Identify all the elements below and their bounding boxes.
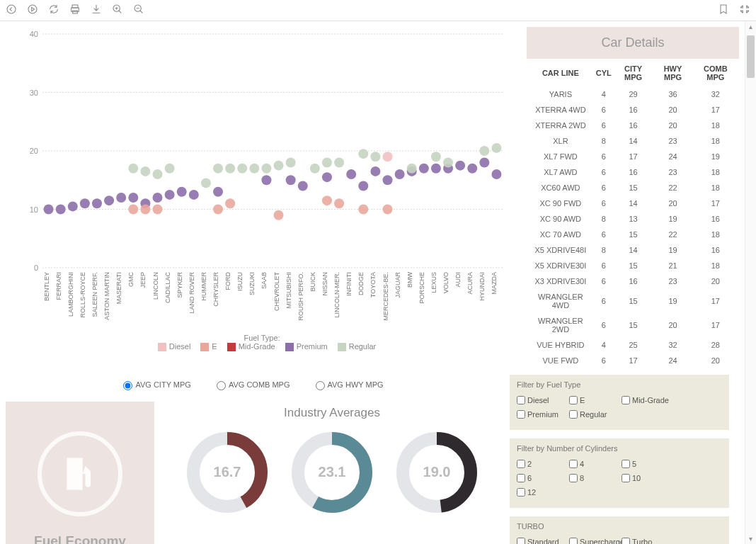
filter-group: Filter by Fuel TypeDieselEMid-GradePremi… (510, 375, 729, 430)
svg-point-56 (56, 205, 66, 215)
avg-radio[interactable]: AVG COMB MPG (217, 380, 290, 389)
table-row[interactable]: XTERRA 2WD6162018 (528, 118, 738, 132)
svg-point-102 (370, 152, 380, 162)
filter-checkbox[interactable]: 4 (569, 460, 622, 468)
filter-group: Filter by Number of Cylinders245681012 (510, 438, 729, 508)
table-row[interactable]: XC 90 FWD6142017 (528, 196, 738, 210)
svg-point-84 (479, 158, 489, 168)
filter-group: TURBOStandardSuperchargerTurbo (510, 516, 729, 544)
filter-checkbox[interactable]: Supercharger (569, 538, 622, 544)
table-row[interactable]: XL7 FWD6172419 (528, 149, 738, 164)
svg-point-57 (68, 201, 78, 211)
svg-point-94 (249, 164, 259, 174)
svg-point-74 (358, 181, 368, 191)
fuel-economy-card: Fuel Economy (6, 402, 154, 544)
car-details-table: CAR LINECYLCITY MPGHWY MPGCOMB MPG YARIS… (527, 59, 739, 369)
svg-text:10: 10 (30, 205, 38, 214)
svg-rect-2 (72, 5, 78, 8)
table-row[interactable]: X5 XDRIVE30I6152118 (528, 259, 738, 273)
svg-text:FORD: FORD (224, 272, 231, 290)
legend-label[interactable]: E (212, 342, 217, 351)
filter-checkbox[interactable]: Standard (517, 538, 569, 544)
table-header: HWY MPG (653, 60, 692, 86)
table-row[interactable]: XTERRA 4WD6162017 (528, 103, 738, 117)
table-row[interactable]: VUE FWD6172420 (528, 353, 738, 368)
table-row[interactable]: VUE HYBRID4253228 (528, 338, 738, 352)
play-icon[interactable] (27, 4, 38, 17)
svg-text:ASTON MARTIN: ASTON MARTIN (103, 272, 110, 320)
table-row[interactable]: X5 XDRIVE48I8141916 (528, 243, 738, 257)
svg-point-1 (28, 5, 37, 13)
svg-point-85 (491, 169, 501, 179)
scroll-down-icon[interactable]: ▾ (745, 535, 756, 543)
filter-checkbox[interactable]: Diesel (517, 396, 569, 404)
table-row[interactable]: YARIS4293632 (528, 87, 738, 101)
avg-radio[interactable]: AVG HWY MPG (316, 380, 384, 389)
svg-point-111 (213, 205, 223, 215)
bookmark-icon[interactable] (718, 4, 729, 17)
svg-point-96 (274, 161, 284, 171)
table-row[interactable]: X3 XDRIVE30I6162320 (528, 274, 738, 288)
zoom-out-icon[interactable] (133, 4, 144, 17)
avg-radio[interactable]: AVG CITY MPG (123, 380, 190, 389)
svg-text:SAAB: SAAB (260, 272, 268, 289)
download-icon[interactable] (91, 4, 102, 17)
svg-text:LINCOLN: LINCOLN (152, 272, 159, 300)
scroll-up-icon[interactable]: ▴ (745, 23, 756, 30)
svg-point-115 (334, 198, 344, 208)
filter-checkbox[interactable]: Regular (569, 410, 622, 419)
table-row[interactable]: XC60 AWD6152218 (528, 181, 738, 195)
svg-text:ROUSH PERFO.: ROUSH PERFO. (297, 272, 304, 321)
svg-text:BENTLEY: BENTLEY (43, 272, 50, 301)
back-icon[interactable] (6, 4, 17, 17)
filter-checkbox[interactable]: Mid-Grade (622, 396, 674, 404)
svg-text:PORSCHE: PORSCHE (418, 272, 425, 304)
table-row[interactable]: XLR8142318 (528, 134, 738, 148)
collapse-icon[interactable] (739, 4, 750, 17)
refresh-icon[interactable] (48, 4, 59, 17)
table-row[interactable]: XL7 AWD6162318 (528, 165, 738, 179)
fuel-pump-icon (38, 431, 122, 516)
svg-point-67 (189, 190, 199, 200)
filter-checkbox[interactable]: 5 (622, 460, 674, 468)
filter-checkbox[interactable]: 6 (517, 474, 569, 482)
svg-text:HYUNDAI: HYUNDAI (479, 272, 486, 301)
legend-label[interactable]: Premium (297, 342, 328, 351)
svg-point-73 (346, 169, 356, 179)
filter-checkbox[interactable]: Premium (517, 410, 569, 419)
legend-label[interactable]: Diesel (169, 342, 191, 351)
donut-chart: 16.7 (185, 430, 270, 515)
filter-checkbox[interactable]: E (569, 396, 622, 404)
zoom-in-icon[interactable] (112, 4, 123, 17)
svg-point-66 (177, 187, 187, 197)
vertical-scrollbar[interactable]: ▴ ▾ (745, 21, 756, 544)
industry-averages-title: Industry Averages (163, 406, 501, 420)
svg-point-64 (153, 193, 163, 203)
svg-point-101 (358, 149, 368, 159)
svg-text:LAMBORGHINI: LAMBORGHINI (67, 272, 74, 317)
table-row[interactable]: WRANGLER 4WD6151917 (528, 290, 738, 312)
filter-checkbox[interactable]: 12 (517, 488, 569, 497)
svg-text:ROLLS-ROYCE: ROLLS-ROYCE (79, 272, 86, 318)
donut-value: 19.0 (394, 430, 479, 515)
print-icon[interactable] (69, 4, 81, 17)
svg-text:40: 40 (30, 30, 38, 38)
filter-checkbox[interactable]: Turbo (622, 538, 674, 544)
table-row[interactable]: XC 70 AWD6152218 (528, 227, 738, 242)
legend-label[interactable]: Regular (349, 342, 377, 351)
svg-point-106 (479, 146, 489, 156)
filter-checkbox[interactable]: 2 (517, 460, 569, 468)
svg-text:AUDI: AUDI (454, 272, 462, 288)
svg-point-65 (165, 190, 175, 200)
scroll-thumb[interactable] (747, 35, 755, 78)
table-row[interactable]: XC 90 AWD8131916 (528, 212, 738, 226)
filter-checkbox[interactable]: 8 (569, 474, 622, 482)
legend-title: Fuel Type: (6, 334, 518, 342)
filter-checkbox[interactable]: 10 (622, 474, 674, 482)
svg-text:INFINITI: INFINITI (345, 272, 353, 296)
legend-label[interactable]: Mid-Grade (239, 342, 275, 351)
svg-point-107 (491, 143, 501, 153)
legend-swatch (200, 343, 209, 351)
svg-text:CADILLAC: CADILLAC (164, 271, 171, 303)
table-row[interactable]: WRANGLER 2WD6152017 (528, 314, 738, 336)
